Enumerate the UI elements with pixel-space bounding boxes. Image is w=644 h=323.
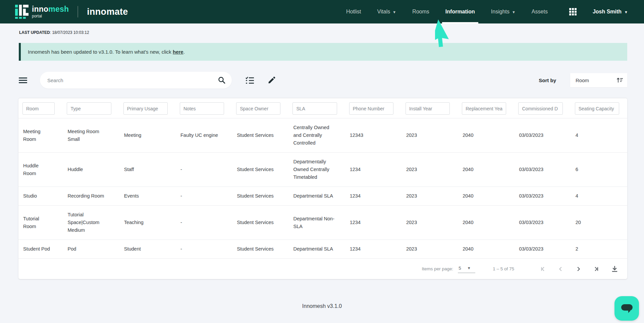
search-icon[interactable]	[218, 76, 226, 84]
nav-item-vitals[interactable]: Vitals ▼	[369, 0, 404, 23]
filter-input-install-year[interactable]	[406, 102, 450, 115]
cell-phone-number: 1234	[345, 187, 401, 206]
filter-input-commissioned-date[interactable]	[518, 102, 562, 115]
banner-message: Innomesh has been updated to v3.1.0. To …	[28, 49, 173, 55]
cell-space-owner: Student Services	[232, 153, 288, 187]
update-banner: Innomesh has been updated to v3.1.0. To …	[19, 43, 627, 61]
sort-by-label: Sort by	[539, 77, 556, 83]
cell-primary-usage: Teaching	[119, 206, 176, 240]
cell-replacement-year: 2040	[458, 206, 514, 240]
nav-item-assets[interactable]: Assets	[524, 0, 556, 23]
chevron-down-icon: ▼	[624, 10, 628, 14]
cell-space-owner: Student Services	[232, 187, 288, 206]
cell-replacement-year: 2040	[458, 187, 514, 206]
last-updated-label: LAST UPDATED	[19, 30, 50, 35]
cell-primary-usage: Staff	[119, 153, 176, 187]
first-page-button[interactable]	[540, 265, 547, 273]
top-navigation-bar: innomesh portal innomate Hotlist Vitals …	[0, 0, 644, 23]
cell-install-year: 2023	[401, 153, 458, 187]
cell-room: Meeting Room	[18, 118, 63, 153]
table-row[interactable]: Student Pod Pod Student - Student Servic…	[18, 240, 627, 259]
banner-here-link[interactable]: here	[173, 49, 183, 55]
table-row[interactable]: Tutorial Room Tutorial Space|Custom Medi…	[18, 206, 627, 240]
cell-sla: Departmental Non-SLA	[288, 206, 345, 240]
cell-phone-number: 1234	[345, 206, 401, 240]
main-nav: Hotlist Vitals ▼ Rooms Information Insig…	[338, 0, 556, 23]
table-row[interactable]: Studio Recording Room Events - Student S…	[18, 187, 627, 206]
cell-space-owner: Student Services	[232, 118, 288, 153]
cell-sla: Centrally Owned and Centrally Controlled	[288, 118, 345, 153]
user-name: Josh Smith	[593, 9, 622, 15]
brand-divider	[77, 6, 78, 17]
cell-type: Tutorial Space|Custom Medium	[63, 206, 119, 240]
filter-input-type[interactable]	[67, 102, 111, 115]
table-row[interactable]: Huddle Room Huddle Staff - Student Servi…	[18, 153, 627, 187]
rooms-table-card: Meeting Room Meeting Room Small Meeting …	[18, 98, 627, 279]
chevron-down-icon: ▼	[512, 10, 516, 14]
table-pagination: Items per page: 5 ▼ 1 – 5 of 75	[18, 258, 627, 279]
cell-primary-usage: Meeting	[119, 118, 176, 153]
cell-notes: -	[176, 153, 232, 187]
cell-seating-capacity: 2	[571, 240, 627, 259]
brand-inno: inno	[32, 5, 48, 13]
last-page-button[interactable]	[592, 265, 599, 273]
filter-input-room[interactable]	[22, 102, 55, 115]
download-icon[interactable]	[611, 265, 619, 273]
cell-space-owner: Student Services	[232, 240, 288, 259]
cell-install-year: 2023	[401, 118, 458, 153]
previous-page-button[interactable]	[557, 265, 565, 273]
column-filter-row	[18, 98, 627, 118]
nav-label-hotlist: Hotlist	[346, 9, 361, 15]
cell-replacement-year: 2040	[458, 240, 514, 259]
edit-pencil-icon[interactable]	[268, 76, 276, 84]
brand-text: innomesh portal	[32, 5, 69, 18]
chevron-down-icon: ▼	[392, 10, 396, 14]
checklist-icon[interactable]	[245, 76, 254, 84]
nav-item-rooms[interactable]: Rooms	[404, 0, 437, 23]
filter-input-primary-usage[interactable]	[123, 102, 168, 115]
filter-input-notes[interactable]	[180, 102, 224, 115]
cell-type: Meeting Room Small	[63, 118, 119, 153]
table-toolbar: Sort by Room	[19, 72, 627, 89]
cell-commissioned-date: 03/03/2023	[514, 187, 571, 206]
cell-room: Student Pod	[18, 240, 63, 259]
nav-item-insights[interactable]: Insights ▼	[483, 0, 524, 23]
filter-input-sla[interactable]	[292, 102, 337, 115]
innomesh-logo[interactable]: innomesh portal	[15, 5, 69, 19]
cell-type: Pod	[63, 240, 119, 259]
banner-suffix: .	[183, 49, 185, 55]
items-per-page-value: 5	[459, 266, 461, 271]
cell-commissioned-date: 03/03/2023	[514, 153, 571, 187]
filter-input-seating-capacity[interactable]	[575, 102, 619, 115]
user-menu[interactable]: Josh Smith ▼	[593, 9, 628, 15]
filter-input-space-owner[interactable]	[236, 102, 280, 115]
cell-replacement-year: 2040	[458, 118, 514, 153]
cell-seating-capacity: 6	[571, 153, 627, 187]
filter-input-phone-number[interactable]	[349, 102, 393, 115]
cell-space-owner: Student Services	[232, 206, 288, 240]
sort-by-dropdown[interactable]: Room	[570, 73, 627, 87]
cell-type: Recording Room	[63, 187, 119, 206]
sort-by-value: Room	[576, 77, 616, 83]
sort-order-icon[interactable]	[616, 77, 623, 83]
nav-label-rooms: Rooms	[412, 9, 429, 15]
items-per-page-label: Items per page:	[422, 266, 453, 271]
apps-grid-icon[interactable]	[569, 8, 577, 15]
cell-phone-number: 1234	[345, 153, 401, 187]
items-per-page-select[interactable]: 5 ▼	[458, 265, 475, 273]
search-bar[interactable]	[40, 72, 232, 89]
cell-sla: Departmental SLA	[288, 240, 345, 259]
nav-item-information[interactable]: Information	[437, 0, 483, 23]
product-name: innomate	[87, 7, 128, 17]
filter-input-replacement-year[interactable]	[462, 102, 506, 115]
brand-portal: portal	[32, 14, 69, 18]
innomesh-logo-icon	[15, 5, 29, 19]
next-page-button[interactable]	[575, 265, 582, 273]
menu-icon[interactable]	[19, 77, 27, 83]
search-input[interactable]	[47, 77, 218, 83]
nav-item-hotlist[interactable]: Hotlist	[338, 0, 369, 23]
chevron-down-icon: ▼	[467, 266, 471, 270]
table-row[interactable]: Meeting Room Meeting Room Small Meeting …	[18, 118, 627, 153]
cell-phone-number: 12343	[345, 118, 401, 153]
chat-button[interactable]	[614, 296, 639, 321]
